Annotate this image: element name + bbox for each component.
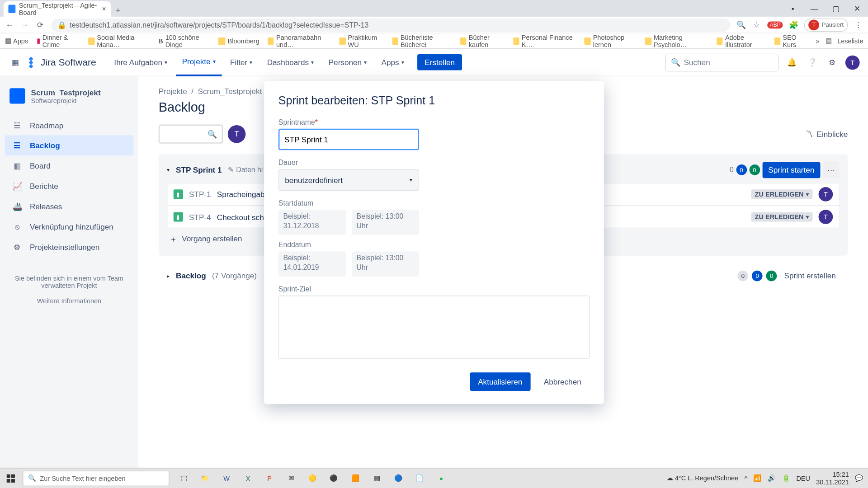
powerpoint-icon[interactable]: P (259, 468, 280, 488)
menu-icon[interactable]: ⋮ (854, 20, 863, 29)
notifications-icon[interactable]: 🔔 (784, 55, 799, 70)
forward-icon[interactable]: → (20, 20, 30, 29)
sidebar-more-info-link[interactable]: Weitere Informationen (37, 297, 101, 305)
readlist-link[interactable]: Leseliste (837, 37, 863, 44)
issue-row[interactable]: ▮ STP-1 Spracheingabe ZU ERLEDIGEN▾ T (167, 183, 839, 206)
search-input[interactable]: 🔍Suchen (665, 53, 779, 71)
folder-icon (89, 37, 95, 44)
obs-icon[interactable]: ⚫ (323, 468, 344, 488)
tray-chevron-icon[interactable]: ^ (744, 474, 747, 482)
chevron-right-icon[interactable]: ▸ (167, 272, 170, 278)
sidebar-item-roadmap[interactable]: ☱Roadmap (5, 115, 134, 136)
mail-icon[interactable]: ✉ (280, 468, 302, 488)
new-tab-button[interactable]: + (111, 2, 125, 17)
bookmark-item[interactable]: Panoramabahn und… (268, 34, 331, 48)
nav-apps[interactable]: Apps▾ (375, 48, 410, 76)
user-avatar[interactable]: T (845, 55, 860, 70)
jira-logo[interactable]: Jira Software (25, 56, 96, 68)
app-icon[interactable]: 🟧 (344, 468, 366, 488)
app-icon[interactable]: ▦ (366, 468, 387, 488)
back-icon[interactable]: ← (5, 20, 14, 29)
create-sprint-button[interactable]: Sprint erstellen (781, 269, 840, 282)
crumb-projects[interactable]: Projekte (159, 87, 187, 96)
weather-widget[interactable]: ☁ 4°C L. Regen/Schnee (666, 474, 738, 482)
nav-filters[interactable]: Filter▾ (224, 48, 259, 76)
language-indicator[interactable]: DEU (796, 474, 810, 482)
bookmark-item[interactable]: SEO Kurs (774, 34, 808, 48)
bookmark-item[interactable]: Bücher kaufen (460, 34, 505, 48)
status-dropdown[interactable]: ZU ERLEDIGEN▾ (751, 212, 813, 221)
app-switcher-icon[interactable]: ▦ (8, 55, 23, 70)
bookmark-item[interactable]: B100 schöne Dinge (159, 34, 210, 48)
insights-icon: 〽 (806, 130, 813, 139)
nav-your-work[interactable]: Ihre Aufgaben▾ (108, 48, 174, 76)
chevron-down-icon[interactable]: ▾ (167, 167, 170, 173)
create-button[interactable]: Erstellen (418, 54, 462, 70)
browser-tab[interactable]: Scrum_Testprojekt – Agile-Board × (4, 1, 111, 17)
task-view-icon[interactable]: ⬚ (173, 468, 194, 488)
minimize-icon[interactable]: — (804, 0, 825, 17)
extensions-icon[interactable]: 🧩 (789, 20, 798, 29)
close-window-icon[interactable]: ✕ (847, 0, 868, 17)
project-header[interactable]: Scrum_Testprojekt Softwareprojekt (5, 88, 134, 115)
word-icon[interactable]: W (216, 468, 237, 488)
bookmark-item[interactable]: Adobe Illustrator (717, 34, 766, 48)
sidebar-item-backlog[interactable]: ☰Backlog (5, 135, 134, 155)
assignee-filter-avatar[interactable]: T (228, 125, 246, 143)
start-button[interactable] (0, 468, 21, 488)
maximize-icon[interactable]: ▢ (825, 0, 846, 17)
start-sprint-button[interactable]: Sprint starten (762, 162, 820, 178)
bookmark-item[interactable]: Personal Finance K… (513, 34, 576, 48)
profile-paused-badge[interactable]: T Pausiert (804, 18, 848, 31)
settings-icon[interactable]: ⚙ (825, 55, 840, 70)
sidebar-item-settings[interactable]: ⚙Projekteinstellungen (5, 237, 134, 257)
clock-time[interactable]: 15:21 (816, 471, 849, 478)
crumb-project[interactable]: Scrum_Testprojekt (198, 87, 262, 96)
nav-dashboards[interactable]: Dashboards▾ (261, 48, 321, 76)
status-dropdown[interactable]: ZU ERLEDIGEN▾ (751, 189, 813, 199)
wifi-icon[interactable]: 📶 (753, 474, 761, 482)
edge-icon[interactable]: 🔵 (387, 468, 409, 488)
assignee-avatar[interactable]: T (819, 187, 833, 202)
sidebar-item-reports[interactable]: 📈Berichte (5, 176, 134, 196)
reload-icon[interactable]: ⟳ (36, 20, 45, 29)
chrome-icon[interactable]: 🟡 (302, 468, 323, 488)
bookmark-item[interactable]: Photoshop lernen (585, 34, 637, 48)
overflow-icon[interactable]: » (816, 37, 820, 44)
volume-icon[interactable]: 🔊 (768, 474, 776, 482)
battery-icon[interactable]: 🔋 (782, 474, 790, 482)
sidebar-item-add-link[interactable]: ⎋Verknüpfung hinzufügen (5, 216, 134, 237)
plus-icon: ＋ (170, 234, 177, 245)
notepad-icon[interactable]: 📄 (409, 468, 430, 488)
spotify-icon[interactable]: ● (430, 468, 452, 488)
zoom-icon[interactable]: 🔍 (736, 20, 746, 29)
bookmark-item[interactable]: Marketing Psycholo… (645, 34, 708, 48)
close-tab-icon[interactable]: × (102, 5, 106, 13)
bookmark-item[interactable]: ▮Dinner & Crime (37, 34, 80, 48)
bookmark-item[interactable]: Praktikum WU (340, 34, 384, 48)
explorer-icon[interactable]: 📁 (194, 468, 216, 488)
bookmark-item[interactable]: Social Media Mana… (89, 34, 151, 48)
nav-projects[interactable]: Projekte▾ (176, 48, 222, 76)
address-bar[interactable]: 🔒 testdeutsch1.atlassian.net/jira/softwa… (51, 18, 730, 31)
assignee-avatar[interactable]: T (819, 210, 833, 224)
notifications-icon[interactable]: 💬 (855, 474, 863, 482)
bookmark-item[interactable]: Bücherliste Bücherei (392, 34, 452, 48)
edit-dates-link[interactable]: ✎Daten hi (228, 166, 263, 174)
sprint-more-menu[interactable]: ⋯ (823, 161, 840, 178)
backlog-search-input[interactable]: 🔍 (159, 125, 223, 144)
sidebar-item-board[interactable]: ▥Board (5, 155, 134, 176)
nav-people[interactable]: Personen▾ (322, 48, 373, 76)
excel-icon[interactable]: X (237, 468, 259, 488)
star-icon[interactable]: ☆ (752, 20, 761, 29)
bookmark-item[interactable]: Bloomberg (218, 37, 259, 44)
taskbar-search-input[interactable]: 🔍Zur Suche Text hier eingeben (23, 470, 169, 486)
account-dot-icon[interactable]: • (782, 0, 803, 17)
abp-extension-icon[interactable]: ABP (768, 21, 783, 28)
sidebar-item-releases[interactable]: 🚢Releases (5, 196, 134, 216)
help-icon[interactable]: ❔ (805, 55, 819, 70)
apps-bookmark[interactable]: ▦Apps (5, 37, 28, 45)
create-issue-button[interactable]: ＋Vorgang erstellen (167, 228, 839, 251)
issue-row[interactable]: ▮ STP-4 Checkout schne ZU ERLEDIGEN▾ T (167, 206, 839, 228)
insights-button[interactable]: 〽Einblicke (806, 130, 848, 139)
